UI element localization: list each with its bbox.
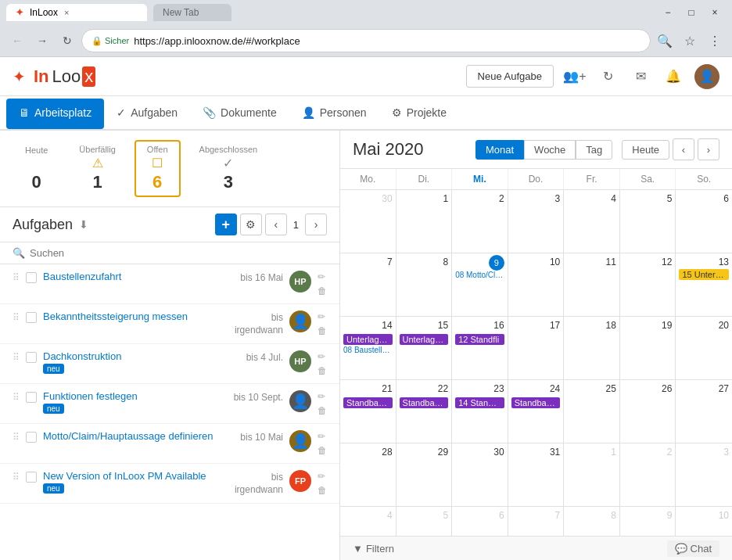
drag-handle[interactable]: ⠿ (13, 430, 20, 443)
task-name[interactable]: Motto/Claim/Hauptaussage definieren (43, 430, 234, 442)
stat-heute[interactable]: Heute 0 (13, 141, 60, 197)
add-task-btn[interactable]: + (215, 214, 237, 235)
drag-handle[interactable]: ⠿ (13, 271, 20, 283)
delete-icon[interactable]: 🗑 (318, 325, 327, 337)
cal-event[interactable]: 12 Standfli (455, 334, 504, 345)
cal-cell[interactable]: 21 Standbauer auswählen (340, 380, 396, 443)
cal-cell[interactable]: 22 Standbauer auswählen (396, 380, 453, 443)
cal-cell[interactable]: 12 (620, 253, 676, 316)
search-input[interactable] (30, 247, 327, 259)
cal-cell[interactable]: 18 (564, 317, 620, 379)
active-tab[interactable]: ✦ InLoox × (6, 4, 147, 21)
cal-cell[interactable]: 13 15 Unterlagen sichten (676, 253, 732, 316)
task-avatar[interactable]: 👤 (289, 430, 311, 452)
user-avatar[interactable]: 👤 (694, 64, 719, 89)
cal-cell[interactable]: 20 (676, 317, 732, 379)
cal-cell[interactable]: 6 (676, 190, 732, 253)
cal-cell[interactable]: 5 (620, 190, 676, 253)
cal-cell[interactable]: 30 (340, 190, 396, 253)
tab-aufgaben[interactable]: ✓ Aufgaben (104, 99, 190, 129)
cal-cell[interactable]: 7 (508, 507, 565, 536)
chat-btn[interactable]: 💬 Chat (667, 540, 719, 557)
cal-cell[interactable]: 8 (396, 253, 453, 316)
cal-cell[interactable]: 31 (508, 443, 565, 506)
history-icon[interactable]: ↻ (596, 65, 619, 88)
edit-icon[interactable]: ✏ (318, 271, 327, 283)
cal-cell[interactable]: 17 (508, 317, 565, 379)
cal-event[interactable]: Standbauer auswählen (400, 397, 449, 408)
tab-arbeitsplatz[interactable]: 🖥 Arbeitsplatz (6, 99, 104, 129)
next-month-btn[interactable]: › (698, 138, 719, 160)
filter-btn[interactable]: ▼ Filtern (353, 543, 394, 555)
task-checkbox[interactable] (26, 352, 37, 363)
cal-cell[interactable]: 15 Unterlagen sichten (396, 317, 453, 379)
edit-icon[interactable]: ✏ (318, 311, 327, 323)
cal-cell[interactable]: 3 (676, 443, 732, 506)
delete-icon[interactable]: 🗑 (318, 444, 327, 457)
filter-tasks-btn[interactable]: ⚙ (240, 214, 262, 235)
edit-icon[interactable]: ✏ (318, 350, 327, 363)
cal-event[interactable]: Unterlagen sichten (400, 334, 449, 345)
neue-aufgabe-button[interactable]: Neue Aufgabe (466, 65, 554, 88)
bookmark-icon-btn[interactable]: ☆ (679, 30, 701, 52)
cal-cell[interactable]: 11 (564, 253, 620, 316)
cal-cell[interactable]: 1 (564, 443, 620, 506)
edit-icon[interactable]: ✏ (318, 430, 327, 443)
cal-event[interactable]: Unterlagen sichten (343, 334, 393, 345)
task-name[interactable]: Funktionen festlegen (43, 390, 228, 402)
download-icon[interactable]: ⬇ (79, 218, 88, 231)
cal-cell[interactable]: 30 (452, 443, 508, 506)
today-btn[interactable]: Heute (622, 140, 669, 160)
bell-icon[interactable]: 🔔 (662, 65, 685, 88)
task-name[interactable]: Bekanntheitssteigerung messen (43, 311, 228, 322)
close-btn[interactable]: × (704, 2, 726, 23)
cal-event[interactable]: 08 Baustellenzufahrt (343, 346, 393, 354)
forward-btn[interactable]: → (31, 30, 53, 52)
cal-cell[interactable]: 8 (564, 507, 620, 536)
refresh-btn[interactable]: ↻ (56, 30, 78, 52)
week-view-btn[interactable]: Woche (524, 140, 576, 160)
cal-cell[interactable]: 6 (452, 507, 508, 536)
delete-icon[interactable]: 🗑 (318, 285, 327, 297)
tab-personen[interactable]: 👤 Personen (289, 99, 379, 129)
task-avatar[interactable]: 👤 (289, 390, 311, 412)
menu-icon-btn[interactable]: ⋮ (704, 30, 726, 52)
minimize-btn[interactable]: − (657, 2, 679, 23)
task-avatar[interactable]: HP (289, 350, 311, 372)
address-bar[interactable]: 🔒 Sicher https://app.inlooxnow.de/#/work… (81, 29, 651, 52)
task-checkbox[interactable] (26, 392, 37, 403)
drag-handle[interactable]: ⠿ (13, 350, 20, 363)
cal-cell[interactable]: 29 (396, 443, 453, 506)
cal-event[interactable]: Standbauer auswählen (511, 397, 561, 408)
cal-cell[interactable]: 25 (564, 380, 620, 443)
stat-offen[interactable]: Offen ☐ 6 (135, 140, 181, 197)
cal-cell[interactable]: 16 12 Standfli (452, 317, 508, 379)
task-checkbox[interactable] (26, 312, 37, 323)
edit-icon[interactable]: ✏ (318, 390, 327, 403)
cal-cell[interactable]: 2 (620, 443, 676, 506)
task-avatar[interactable]: HP (289, 271, 311, 293)
task-name[interactable]: New Version of InLoox PM Available (43, 470, 228, 482)
url-display[interactable]: https://app.inlooxnow.de/#/workplace (134, 35, 640, 47)
cal-cell[interactable]: 3 (508, 190, 565, 253)
cal-cell[interactable]: 28 (340, 443, 396, 506)
month-view-btn[interactable]: Monat (475, 140, 524, 160)
cal-cell-today[interactable]: 9 08 Motto/Claim/Hauptaussage defini (452, 253, 508, 316)
delete-icon[interactable]: 🗑 (318, 484, 327, 497)
edit-icon[interactable]: ✏ (318, 470, 327, 483)
cal-cell[interactable]: 5 (396, 507, 453, 536)
cal-cell[interactable]: 27 (676, 380, 732, 443)
drag-handle[interactable]: ⠿ (13, 311, 20, 323)
cal-cell[interactable]: 4 (564, 190, 620, 253)
cal-cell[interactable]: 2 (452, 190, 508, 253)
cal-cell[interactable]: 7 (340, 253, 396, 316)
cal-cell[interactable]: 1 (396, 190, 453, 253)
tab-dokumente[interactable]: 📎 Dokumente (190, 99, 289, 129)
day-view-btn[interactable]: Tag (576, 140, 612, 160)
stat-ueberfaellig[interactable]: Überfällig ⚠ 1 (66, 140, 127, 197)
task-checkbox[interactable] (26, 272, 37, 283)
cal-cell[interactable]: 14 Unterlagen sichten 08 Baustellenzufah… (340, 317, 396, 379)
add-person-icon[interactable]: 👥+ (563, 65, 587, 88)
prev-page-btn[interactable]: ‹ (265, 214, 287, 235)
back-btn[interactable]: ← (6, 30, 28, 52)
